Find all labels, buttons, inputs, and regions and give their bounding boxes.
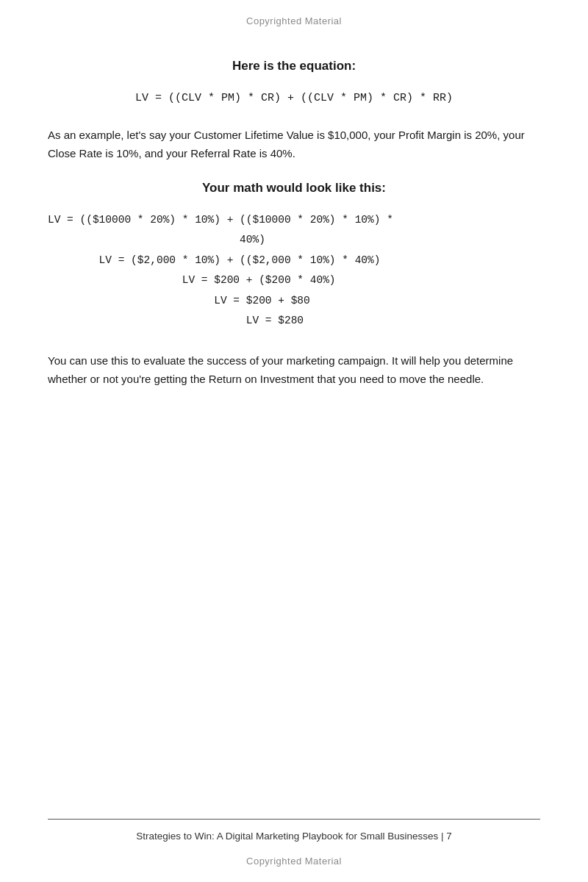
watermark-top: Copyrighted Material <box>0 15 588 26</box>
math-line-1b: 40%) <box>48 234 265 245</box>
footer-rule <box>48 819 540 820</box>
watermark-bottom: Copyrighted Material <box>0 856 588 867</box>
math-example-block: LV = (($10000 * 20%) * 10%) + (($10000 *… <box>48 210 540 331</box>
math-line-1: LV = (($10000 * 20%) * 10%) + (($10000 *… <box>48 214 393 226</box>
math-line-2: LV = ($2,000 * 10%) + (($2,000 * 10%) * … <box>48 254 380 266</box>
footer-text: Strategies to Win: A Digital Marketing P… <box>0 831 588 842</box>
page-content: Here is the equation: LV = ((CLV * PM) *… <box>48 59 540 794</box>
math-line-4: LV = $200 + $80 <box>48 295 310 306</box>
math-line-3: LV = $200 + ($200 * 40%) <box>48 274 336 286</box>
equation-display: LV = ((CLV * PM) * CR) + ((CLV * PM) * C… <box>48 90 540 107</box>
math-heading: Your math would look like this: <box>48 181 540 196</box>
closing-text: You can use this to evaluate the success… <box>48 352 540 389</box>
example-intro-text: As an example, let's say your Customer L… <box>48 126 540 163</box>
math-line-5: LV = $280 <box>48 315 304 326</box>
equation-heading: Here is the equation: <box>48 59 540 74</box>
